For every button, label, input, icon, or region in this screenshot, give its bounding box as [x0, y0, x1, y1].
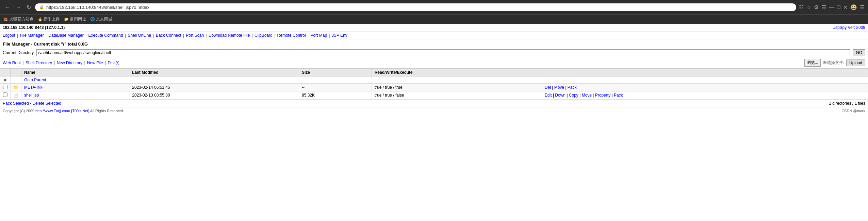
- table-row: 📁 META-INF 2023-02-14 06:51:45 -- true /…: [0, 84, 868, 91]
- browse-button[interactable]: 浏览...: [804, 59, 821, 67]
- profile-button[interactable]: 😀: [850, 4, 857, 11]
- action-pack[interactable]: Pack: [568, 85, 577, 90]
- row-icon: 📁: [11, 84, 21, 91]
- row-icon: 📄: [11, 91, 21, 99]
- page-content: 192.168.110.140:8443 (127.0.1.1) JspSpy …: [0, 24, 868, 114]
- nav-download-remote[interactable]: Download Remote File: [209, 33, 250, 38]
- close-button[interactable]: ✕: [843, 4, 848, 11]
- forward-button[interactable]: →: [14, 3, 22, 12]
- bookmark-button[interactable]: ☆: [806, 4, 811, 11]
- th-modified: Last Modified: [129, 69, 299, 76]
- nav-port-map[interactable]: Port Map: [310, 33, 327, 38]
- link-web-root[interactable]: Web Root: [3, 61, 21, 65]
- nav-jsp-env[interactable]: JSP Env: [332, 33, 347, 38]
- file-table: Name Last Modified Size Read/Write/Execu…: [0, 68, 868, 99]
- bookmark-newuser-label: 新手上路: [44, 16, 60, 22]
- action-property[interactable]: Property: [595, 93, 610, 98]
- delete-selected-link[interactable]: Delete Selected: [32, 101, 61, 106]
- action-edit[interactable]: Edit: [545, 93, 552, 98]
- folder-icon: 📁: [64, 17, 69, 21]
- bookmark-firefox-label: 火狐官方站点: [9, 16, 34, 22]
- th-checkbox: [0, 69, 11, 76]
- footer-link1[interactable]: http://www.Forjj.com/: [35, 109, 70, 113]
- action-move[interactable]: Move: [554, 85, 564, 90]
- bookmark-firefox[interactable]: 🦊 火狐官方站点: [3, 16, 34, 22]
- goto-parent-link[interactable]: Goto Parent: [24, 78, 46, 82]
- sidebar-button[interactable]: ☰: [821, 4, 826, 11]
- firefox-icon: 🦊: [3, 17, 8, 21]
- action-links-left: Web Root | Shell Directory | New Directo…: [3, 61, 119, 65]
- table-row: = Goto Parent: [0, 76, 868, 84]
- dir-label: Current Directory: [3, 50, 34, 55]
- summary: 1 directories / 1 files: [829, 101, 865, 106]
- version-link[interactable]: JspSpy Ver: 2009: [833, 25, 865, 30]
- action-down[interactable]: Down: [555, 93, 566, 98]
- footer-right: CSDN @mark: [841, 109, 865, 113]
- row-checkbox: [0, 91, 11, 99]
- footer: Copyright (C) 2009 http://www.Forjj.com/…: [0, 107, 868, 114]
- action-pack[interactable]: Pack: [614, 93, 623, 98]
- action-del[interactable]: Del: [545, 85, 551, 90]
- settings-button[interactable]: ⚙: [814, 4, 819, 11]
- bookmark-common-label: 常用网址: [70, 16, 86, 22]
- globe-icon: 🌐: [90, 17, 95, 21]
- footer-link2[interactable]: [T00ls.Net]: [71, 109, 89, 113]
- action-copy[interactable]: Copy: [569, 93, 578, 98]
- action-move[interactable]: Move: [582, 93, 592, 98]
- th-size: Size: [299, 69, 372, 76]
- maximize-button[interactable]: □: [837, 4, 840, 11]
- minimize-button[interactable]: —: [829, 4, 834, 11]
- nav-execute-command[interactable]: Execute Command: [88, 33, 123, 38]
- row-icon: [11, 76, 21, 84]
- row-name: shell.jsp: [21, 91, 129, 99]
- nav-logout[interactable]: Logout: [3, 33, 15, 38]
- nav-file-manager[interactable]: File Manager: [20, 33, 44, 38]
- menu-button[interactable]: ☰: [860, 4, 865, 11]
- row-actions: Edit | Down | Copy | Move | Property | P…: [542, 91, 868, 99]
- shell-jsp-link[interactable]: shell.jsp: [24, 93, 39, 98]
- address-bar[interactable]: [46, 5, 792, 10]
- action-links-row: Web Root | Shell Directory | New Directo…: [0, 57, 868, 68]
- row-checkbox-input[interactable]: [3, 92, 7, 97]
- link-new-directory[interactable]: New Directory: [57, 61, 82, 65]
- row-size: --: [299, 84, 372, 91]
- th-name: Name: [21, 69, 129, 76]
- bookmark-newuser[interactable]: 🔥 新手上路: [38, 16, 60, 22]
- th-rwx: Read/Write/Execute: [372, 69, 542, 76]
- link-disk[interactable]: Disk(/): [108, 61, 119, 65]
- nav-shell-online[interactable]: Shell OnLine: [128, 33, 151, 38]
- dir-input[interactable]: [36, 49, 850, 56]
- server-info: 192.168.110.140:8443 (127.0.1.1): [3, 25, 65, 30]
- nav-clipboard[interactable]: ClipBoard: [255, 33, 273, 38]
- browser-chrome: ← → ↻ 🔒 ☷ ☆ ⚙ ☰ — □ ✕ 😀 ☰: [0, 0, 868, 14]
- nav-remote-control[interactable]: Remote Control: [277, 33, 306, 38]
- th-actions: [542, 69, 868, 76]
- go-button[interactable]: GO: [853, 49, 865, 56]
- table-row: 📄 shell.jsp 2023-02-13 08:55:30 85.32K t…: [0, 91, 868, 99]
- nav-back-connect[interactable]: Back Connect: [156, 33, 181, 38]
- row-rwx: true / true / false: [372, 91, 542, 99]
- bottom-left: Pack Selected - Delete Selected: [3, 101, 61, 106]
- link-shell-directory[interactable]: Shell Directory: [26, 61, 52, 65]
- nav-database-manager[interactable]: DataBase Manager: [48, 33, 83, 38]
- bookmark-jd[interactable]: 🌐 京东商城: [90, 16, 112, 22]
- upload-area: 浏览... 未选择文件. Upload: [804, 59, 865, 67]
- bookmark-jd-label: 京东商城: [96, 16, 112, 22]
- footer-suffix: All Rights Reserved.: [90, 109, 124, 113]
- link-new-file[interactable]: New File: [87, 61, 103, 65]
- row-checkbox-input[interactable]: [3, 85, 7, 89]
- lock-icon: 🔒: [39, 5, 44, 10]
- nav-port-scan[interactable]: Port Scan: [186, 33, 204, 38]
- browser-actions: ☷ ☆ ⚙ ☰ — □ ✕ 😀 ☰: [799, 4, 865, 11]
- pack-selected-link[interactable]: Pack Selected: [3, 101, 29, 106]
- bookmark-common[interactable]: 📁 常用网址: [64, 16, 86, 22]
- row-size: 85.32K: [299, 91, 372, 99]
- refresh-button[interactable]: ↻: [25, 3, 32, 12]
- row-name: META-INF: [21, 84, 129, 91]
- back-button[interactable]: ←: [3, 3, 12, 12]
- extensions-button[interactable]: ☷: [799, 4, 804, 11]
- file-label: 未选择文件.: [823, 60, 844, 66]
- meta-inf-link[interactable]: META-INF: [24, 85, 43, 90]
- upload-button[interactable]: Upload: [846, 60, 865, 66]
- dir-row: Current Directory GO: [0, 48, 868, 57]
